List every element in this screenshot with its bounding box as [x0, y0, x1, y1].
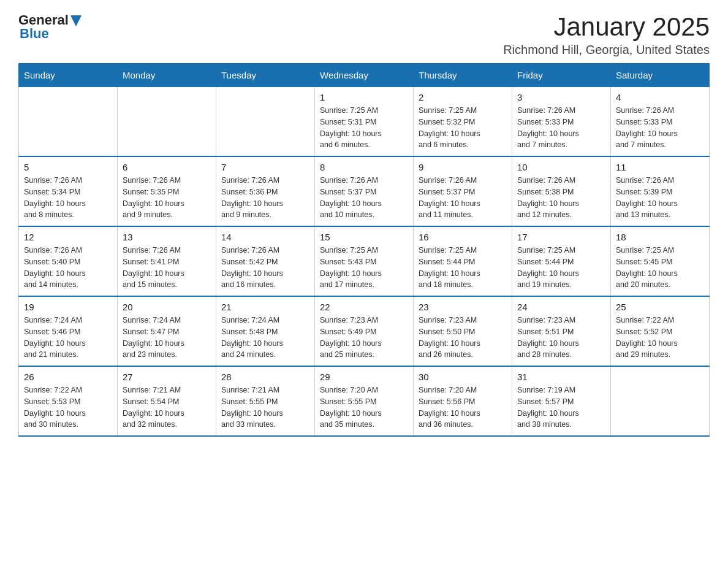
day-number: 27 [123, 372, 211, 382]
calendar-cell: 4Sunrise: 7:26 AMSunset: 5:33 PMDaylight… [611, 87, 710, 157]
calendar-cell: 10Sunrise: 7:26 AMSunset: 5:38 PMDayligh… [512, 156, 611, 226]
calendar-cell: 12Sunrise: 7:26 AMSunset: 5:40 PMDayligh… [19, 226, 118, 296]
day-number: 24 [517, 302, 605, 312]
day-info: Sunrise: 7:26 AMSunset: 5:33 PMDaylight:… [616, 105, 704, 151]
calendar-cell: 9Sunrise: 7:26 AMSunset: 5:37 PMDaylight… [414, 156, 512, 226]
calendar-header-row: SundayMondayTuesdayWednesdayThursdayFrid… [19, 64, 710, 87]
page-header: General Blue January 2025 Richmond Hill,… [18, 12, 710, 57]
calendar-cell [19, 87, 118, 157]
calendar-week-row: 26Sunrise: 7:22 AMSunset: 5:53 PMDayligh… [19, 366, 710, 436]
day-number: 11 [616, 162, 704, 172]
day-number: 15 [320, 232, 408, 242]
calendar-cell: 29Sunrise: 7:20 AMSunset: 5:55 PMDayligh… [315, 366, 414, 436]
day-number: 17 [517, 232, 605, 242]
day-info: Sunrise: 7:26 AMSunset: 5:42 PMDaylight:… [221, 245, 309, 291]
calendar-cell: 23Sunrise: 7:23 AMSunset: 5:50 PMDayligh… [414, 296, 512, 366]
day-number: 23 [419, 302, 507, 312]
calendar-cell: 8Sunrise: 7:26 AMSunset: 5:37 PMDaylight… [315, 156, 414, 226]
calendar-cell: 7Sunrise: 7:26 AMSunset: 5:36 PMDaylight… [216, 156, 315, 226]
day-info: Sunrise: 7:25 AMSunset: 5:45 PMDaylight:… [616, 245, 704, 291]
day-number: 3 [517, 92, 605, 102]
day-info: Sunrise: 7:25 AMSunset: 5:44 PMDaylight:… [517, 245, 605, 291]
day-info: Sunrise: 7:24 AMSunset: 5:48 PMDaylight:… [221, 315, 309, 361]
day-info: Sunrise: 7:26 AMSunset: 5:37 PMDaylight:… [419, 175, 507, 221]
day-info: Sunrise: 7:23 AMSunset: 5:49 PMDaylight:… [320, 315, 408, 361]
calendar-cell [118, 87, 216, 157]
day-info: Sunrise: 7:26 AMSunset: 5:39 PMDaylight:… [616, 175, 704, 221]
day-info: Sunrise: 7:26 AMSunset: 5:35 PMDaylight:… [123, 175, 211, 221]
calendar-cell: 19Sunrise: 7:24 AMSunset: 5:46 PMDayligh… [19, 296, 118, 366]
day-number: 22 [320, 302, 408, 312]
svg-marker-0 [70, 15, 82, 26]
day-info: Sunrise: 7:20 AMSunset: 5:55 PMDaylight:… [320, 385, 408, 431]
calendar-cell: 5Sunrise: 7:26 AMSunset: 5:34 PMDaylight… [19, 156, 118, 226]
calendar-table: SundayMondayTuesdayWednesdayThursdayFrid… [18, 63, 710, 437]
day-info: Sunrise: 7:24 AMSunset: 5:47 PMDaylight:… [123, 315, 211, 361]
calendar-cell: 13Sunrise: 7:26 AMSunset: 5:41 PMDayligh… [118, 226, 216, 296]
day-info: Sunrise: 7:26 AMSunset: 5:41 PMDaylight:… [123, 245, 211, 291]
calendar-cell: 18Sunrise: 7:25 AMSunset: 5:45 PMDayligh… [611, 226, 710, 296]
calendar-week-row: 12Sunrise: 7:26 AMSunset: 5:40 PMDayligh… [19, 226, 710, 296]
calendar-cell: 16Sunrise: 7:25 AMSunset: 5:44 PMDayligh… [414, 226, 512, 296]
calendar-cell: 11Sunrise: 7:26 AMSunset: 5:39 PMDayligh… [611, 156, 710, 226]
day-info: Sunrise: 7:25 AMSunset: 5:43 PMDaylight:… [320, 245, 408, 291]
day-number: 16 [419, 232, 507, 242]
month-title: January 2025 [503, 12, 710, 42]
day-number: 26 [24, 372, 112, 382]
logo-blue-text: Blue [20, 26, 49, 42]
title-block: January 2025 Richmond Hill, Georgia, Uni… [503, 12, 710, 57]
day-info: Sunrise: 7:21 AMSunset: 5:55 PMDaylight:… [221, 385, 309, 431]
header-sunday: Sunday [19, 64, 118, 87]
day-info: Sunrise: 7:26 AMSunset: 5:34 PMDaylight:… [24, 175, 112, 221]
day-info: Sunrise: 7:20 AMSunset: 5:56 PMDaylight:… [419, 385, 507, 431]
day-number: 21 [221, 302, 309, 312]
day-number: 7 [221, 162, 309, 172]
day-number: 1 [320, 92, 408, 102]
calendar-week-row: 1Sunrise: 7:25 AMSunset: 5:31 PMDaylight… [19, 87, 710, 157]
calendar-cell: 22Sunrise: 7:23 AMSunset: 5:49 PMDayligh… [315, 296, 414, 366]
day-info: Sunrise: 7:26 AMSunset: 5:37 PMDaylight:… [320, 175, 408, 221]
day-info: Sunrise: 7:19 AMSunset: 5:57 PMDaylight:… [517, 385, 605, 431]
calendar-cell: 15Sunrise: 7:25 AMSunset: 5:43 PMDayligh… [315, 226, 414, 296]
calendar-cell: 27Sunrise: 7:21 AMSunset: 5:54 PMDayligh… [118, 366, 216, 436]
day-info: Sunrise: 7:26 AMSunset: 5:38 PMDaylight:… [517, 175, 605, 221]
day-number: 25 [616, 302, 704, 312]
calendar-cell: 28Sunrise: 7:21 AMSunset: 5:55 PMDayligh… [216, 366, 315, 436]
day-number: 4 [616, 92, 704, 102]
day-number: 14 [221, 232, 309, 242]
day-info: Sunrise: 7:23 AMSunset: 5:51 PMDaylight:… [517, 315, 605, 361]
day-info: Sunrise: 7:21 AMSunset: 5:54 PMDaylight:… [123, 385, 211, 431]
logo: General Blue [18, 12, 82, 42]
day-info: Sunrise: 7:24 AMSunset: 5:46 PMDaylight:… [24, 315, 112, 361]
calendar-cell: 14Sunrise: 7:26 AMSunset: 5:42 PMDayligh… [216, 226, 315, 296]
header-thursday: Thursday [414, 64, 512, 87]
calendar-cell [216, 87, 315, 157]
calendar-cell: 25Sunrise: 7:22 AMSunset: 5:52 PMDayligh… [611, 296, 710, 366]
day-number: 9 [419, 162, 507, 172]
calendar-cell: 17Sunrise: 7:25 AMSunset: 5:44 PMDayligh… [512, 226, 611, 296]
day-info: Sunrise: 7:25 AMSunset: 5:31 PMDaylight:… [320, 105, 408, 151]
day-number: 13 [123, 232, 211, 242]
calendar-week-row: 19Sunrise: 7:24 AMSunset: 5:46 PMDayligh… [19, 296, 710, 366]
header-friday: Friday [512, 64, 611, 87]
calendar-cell: 6Sunrise: 7:26 AMSunset: 5:35 PMDaylight… [118, 156, 216, 226]
logo-arrow-icon [70, 15, 82, 26]
header-wednesday: Wednesday [315, 64, 414, 87]
day-info: Sunrise: 7:25 AMSunset: 5:32 PMDaylight:… [419, 105, 507, 151]
calendar-cell: 21Sunrise: 7:24 AMSunset: 5:48 PMDayligh… [216, 296, 315, 366]
day-info: Sunrise: 7:26 AMSunset: 5:40 PMDaylight:… [24, 245, 112, 291]
calendar-cell: 31Sunrise: 7:19 AMSunset: 5:57 PMDayligh… [512, 366, 611, 436]
calendar-cell: 3Sunrise: 7:26 AMSunset: 5:33 PMDaylight… [512, 87, 611, 157]
day-number: 20 [123, 302, 211, 312]
day-number: 6 [123, 162, 211, 172]
calendar-cell: 20Sunrise: 7:24 AMSunset: 5:47 PMDayligh… [118, 296, 216, 366]
header-monday: Monday [118, 64, 216, 87]
day-info: Sunrise: 7:26 AMSunset: 5:36 PMDaylight:… [221, 175, 309, 221]
day-number: 29 [320, 372, 408, 382]
day-number: 18 [616, 232, 704, 242]
day-info: Sunrise: 7:22 AMSunset: 5:53 PMDaylight:… [24, 385, 112, 431]
header-saturday: Saturday [611, 64, 710, 87]
calendar-cell: 2Sunrise: 7:25 AMSunset: 5:32 PMDaylight… [414, 87, 512, 157]
calendar-week-row: 5Sunrise: 7:26 AMSunset: 5:34 PMDaylight… [19, 156, 710, 226]
calendar-cell: 26Sunrise: 7:22 AMSunset: 5:53 PMDayligh… [19, 366, 118, 436]
